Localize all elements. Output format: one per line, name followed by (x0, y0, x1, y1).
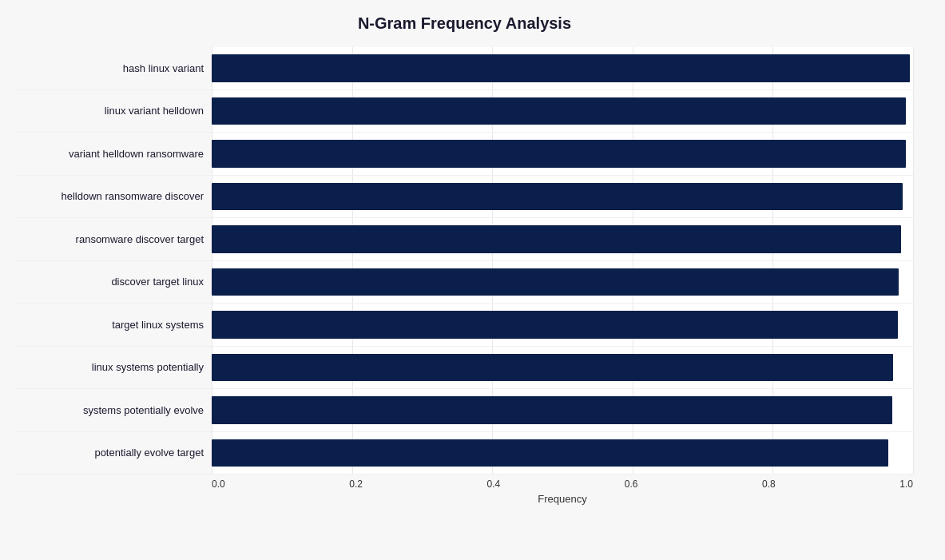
bar-label-5: discover target linux (16, 261, 212, 304)
bar-row-6 (212, 304, 913, 347)
bar-row-3 (212, 176, 913, 219)
x-axis-label: Frequency (212, 493, 913, 505)
bar-fill-7 (212, 354, 893, 382)
chart-title: N-Gram Frequency Analysis (16, 14, 913, 33)
bar-label-3: helldown ransomware discover (16, 176, 212, 219)
bar-row-9 (212, 432, 913, 475)
x-tick-3: 0.6 (625, 479, 638, 490)
grid-line-100 (913, 47, 914, 475)
bars-area (212, 47, 913, 475)
bar-label-1: linux variant helldown (16, 90, 212, 133)
bar-row-7 (212, 347, 913, 390)
bar-fill-3 (212, 183, 903, 211)
bar-fill-2 (212, 140, 906, 168)
bar-row-5 (212, 261, 913, 304)
x-axis: 0.00.20.40.60.81.0 Frequency (212, 479, 913, 505)
x-tick-1: 0.2 (349, 479, 363, 490)
bar-fill-1 (212, 97, 906, 125)
bar-row-4 (212, 218, 913, 261)
x-tick-2: 0.4 (487, 479, 501, 490)
x-axis-container: 0.00.20.40.60.81.0 Frequency (16, 475, 913, 505)
x-tick-5: 1.0 (899, 479, 913, 490)
bar-row-2 (212, 133, 913, 176)
bar-label-9: potentially evolve target (16, 432, 212, 475)
bar-fill-0 (212, 54, 910, 82)
bar-row-8 (212, 389, 913, 432)
bar-label-7: linux systems potentially (16, 347, 212, 390)
chart-container: N-Gram Frequency Analysis hash linux var… (0, 0, 945, 560)
bar-row-1 (212, 90, 913, 133)
bar-label-6: target linux systems (16, 304, 212, 347)
x-ticks-row: 0.00.20.40.60.81.0 (212, 479, 913, 490)
bar-row-0 (212, 47, 913, 90)
bar-fill-5 (212, 268, 899, 296)
bar-label-4: ransomware discover target (16, 218, 212, 261)
bar-fill-9 (212, 439, 888, 467)
bar-label-8: systems potentially evolve (16, 389, 212, 432)
x-tick-4: 0.8 (762, 479, 776, 490)
y-axis-labels: hash linux variantlinux variant helldown… (16, 47, 212, 475)
bar-fill-8 (212, 396, 892, 424)
bar-label-0: hash linux variant (16, 47, 212, 90)
bar-label-2: variant helldown ransomware (16, 133, 212, 176)
bar-fill-6 (212, 311, 898, 339)
bar-fill-4 (212, 225, 901, 253)
x-tick-0: 0.0 (212, 479, 225, 490)
